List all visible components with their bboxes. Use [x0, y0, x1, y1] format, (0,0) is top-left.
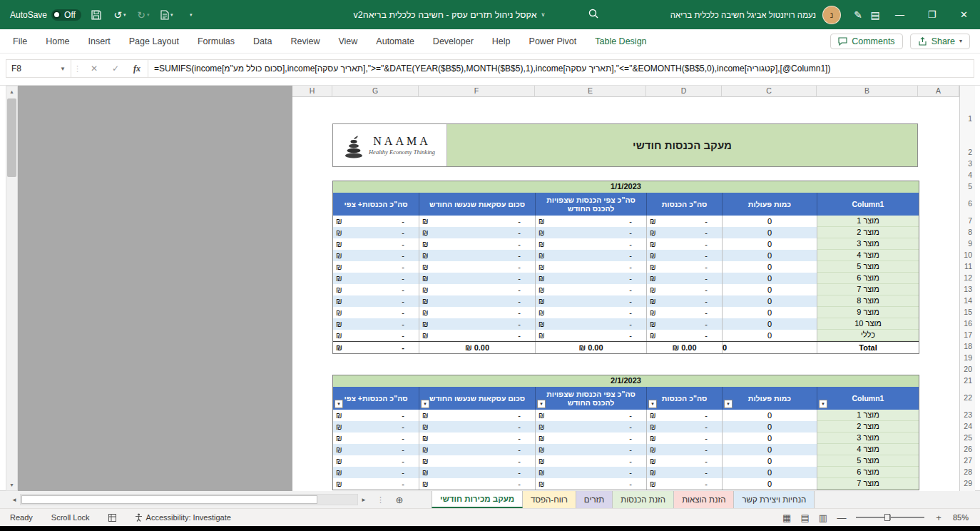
amount-cell[interactable]: ₪-	[536, 433, 647, 444]
amount-cell[interactable]: ₪-	[419, 455, 536, 467]
amount-cell[interactable]: ₪-	[419, 261, 536, 273]
amount-cell[interactable]: ₪-	[536, 273, 647, 284]
amount-cell[interactable]: ₪-	[333, 478, 419, 490]
category-cell[interactable]: מוצר 5	[817, 261, 919, 273]
amount-cell[interactable]: ₪-	[647, 284, 723, 295]
table-column-header[interactable]: סכום עסקאות שנעשו החודש▼	[419, 387, 536, 410]
amount-cell[interactable]: ₪-	[647, 410, 723, 421]
amount-cell[interactable]: ₪ 0.00	[419, 342, 536, 353]
count-cell[interactable]: 0	[723, 227, 817, 238]
document-button[interactable]: ▾	[158, 6, 175, 24]
amount-cell[interactable]: ₪-	[419, 238, 536, 250]
amount-cell[interactable]: ₪-	[333, 342, 419, 353]
accessibility-status[interactable]: Accessibility: Investigate	[135, 513, 231, 522]
amount-cell[interactable]: ₪-	[333, 216, 419, 227]
row-header-22[interactable]: 22	[961, 392, 972, 403]
scroll-down-button[interactable]: ▼	[9, 480, 14, 490]
maximize-button[interactable]: ❐	[916, 0, 948, 29]
count-cell[interactable]: 0	[723, 238, 817, 250]
count-cell[interactable]: 0	[723, 478, 817, 490]
category-cell[interactable]: מוצר 10	[817, 318, 919, 330]
amount-cell[interactable]: ₪-	[536, 216, 647, 227]
vertical-scroll-thumb[interactable]	[7, 98, 16, 177]
amount-cell[interactable]: ₪-	[536, 444, 647, 455]
ribbon-tab-automate[interactable]: Automate	[376, 36, 414, 46]
amount-cell[interactable]: ₪-	[647, 318, 723, 330]
amount-cell[interactable]: ₪-	[536, 421, 647, 433]
zoom-level[interactable]: 85%	[953, 513, 969, 522]
amount-cell[interactable]: ₪-	[536, 318, 647, 330]
amount-cell[interactable]: ₪-	[419, 250, 536, 261]
amount-cell[interactable]: ₪-	[333, 227, 419, 238]
add-sheet-button[interactable]: ⊕	[392, 491, 407, 508]
table-month-header[interactable]: 1/1/2023	[333, 181, 919, 193]
row-header-20[interactable]: 20	[961, 363, 972, 375]
category-cell[interactable]: מוצר 2	[817, 227, 919, 238]
count-cell[interactable]: 0	[723, 433, 817, 444]
amount-cell[interactable]: ₪-	[647, 216, 723, 227]
count-cell[interactable]: 0	[723, 307, 817, 318]
row-header-4[interactable]: 4	[961, 169, 972, 181]
category-cell[interactable]: מוצר 4	[817, 444, 919, 455]
zoom-slider-thumb[interactable]	[884, 514, 890, 521]
redo-button[interactable]: ↻▾	[135, 6, 152, 24]
ribbon-tab-table-design[interactable]: Table Design	[595, 36, 646, 46]
amount-cell[interactable]: ₪-	[333, 273, 419, 284]
normal-view-button[interactable]: ▦	[782, 512, 791, 523]
ribbon-tab-insert[interactable]: Insert	[88, 36, 111, 46]
row-header-23[interactable]: 23	[961, 409, 972, 420]
column-header-E[interactable]: E	[535, 86, 646, 97]
table-column-header[interactable]: סה"כ הכנסות	[647, 193, 723, 216]
amount-cell[interactable]: ₪-	[333, 467, 419, 478]
amount-cell[interactable]: ₪-	[419, 295, 536, 307]
amount-cell[interactable]: ₪-	[536, 284, 647, 295]
row-header-18[interactable]: 18	[961, 340, 972, 352]
share-button[interactable]: Share ▾	[910, 34, 970, 49]
edit-pen-button[interactable]: ✎	[849, 6, 867, 24]
count-cell[interactable]: 0	[723, 318, 817, 330]
amount-cell[interactable]: ₪-	[333, 444, 419, 455]
amount-cell[interactable]: ₪-	[419, 444, 536, 455]
category-cell[interactable]: מוצר 2	[817, 421, 919, 433]
category-cell[interactable]: כללי	[817, 330, 919, 341]
sheet-canvas[interactable]: NAAMA Healthy Economy Thinking מעקב הכנס…	[292, 97, 959, 491]
sheet-tab[interactable]: מעקב מכירות חודשי	[432, 491, 523, 508]
row-header-13[interactable]: 13	[961, 283, 972, 295]
amount-cell[interactable]: ₪-	[647, 273, 723, 284]
column-header-D[interactable]: D	[646, 86, 722, 97]
row-header-6[interactable]: 6	[961, 198, 972, 209]
ribbon-tab-file[interactable]: File	[13, 36, 27, 46]
row-header-28[interactable]: 28	[961, 466, 972, 477]
zoom-slider[interactable]	[856, 517, 924, 518]
amount-cell[interactable]: ₪-	[647, 455, 723, 467]
ribbon-tab-home[interactable]: Home	[46, 36, 69, 46]
amount-cell[interactable]: ₪-	[333, 410, 419, 421]
category-cell[interactable]: מוצר 7	[817, 478, 919, 490]
count-cell[interactable]: 0	[723, 284, 817, 295]
count-cell[interactable]: 0	[723, 467, 817, 478]
column-header-H[interactable]: H	[292, 86, 332, 97]
tab-splitter-handle[interactable]: ⋮	[369, 491, 392, 508]
category-cell[interactable]: מוצר 3	[817, 238, 919, 250]
count-cell[interactable]: 0	[723, 455, 817, 467]
row-header-2[interactable]: 2	[961, 146, 972, 158]
amount-cell[interactable]: ₪-	[647, 444, 723, 455]
amount-cell[interactable]: ₪-	[419, 330, 536, 341]
amount-cell[interactable]: ₪-	[333, 250, 419, 261]
h-scroll-right-button[interactable]: ►	[358, 491, 369, 508]
count-cell[interactable]: 0	[723, 295, 817, 307]
filter-dropdown-button[interactable]: ▼	[335, 400, 343, 408]
count-cell[interactable]: 0	[723, 261, 817, 273]
table-column-header[interactable]: Column1▼	[817, 387, 919, 410]
amount-cell[interactable]: ₪-	[536, 307, 647, 318]
count-cell[interactable]: 0	[723, 410, 817, 421]
formula-cancel-button[interactable]: ✕	[83, 64, 105, 74]
formula-enter-button[interactable]: ✓	[105, 64, 126, 74]
category-cell[interactable]: מוצר 5	[817, 455, 919, 467]
amount-cell[interactable]: ₪-	[647, 295, 723, 307]
count-cell[interactable]: 0	[723, 330, 817, 341]
ribbon-tab-power-pivot[interactable]: Power Pivot	[529, 36, 577, 46]
amount-cell[interactable]: ₪-	[333, 421, 419, 433]
row-header-12[interactable]: 12	[961, 272, 972, 283]
amount-cell[interactable]: ₪-	[419, 478, 536, 490]
